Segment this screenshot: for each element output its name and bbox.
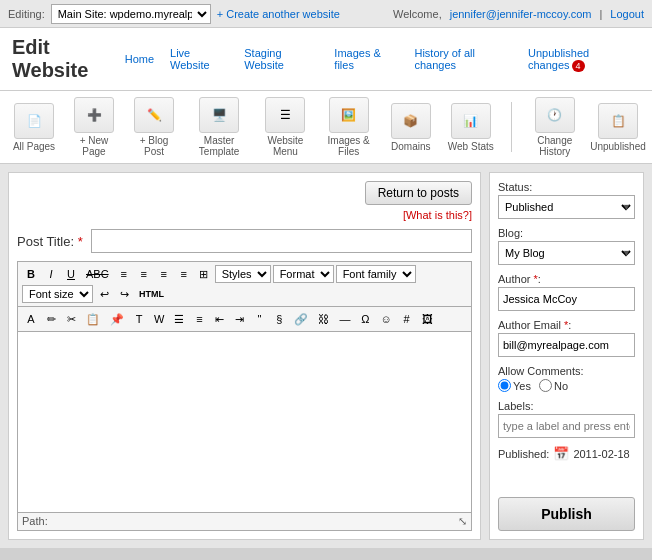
- cut-button[interactable]: ✂: [62, 310, 80, 328]
- return-to-posts-button[interactable]: Return to posts: [365, 181, 472, 205]
- images-files-label: Images & Files: [323, 135, 375, 157]
- bullet-list-button[interactable]: ☰: [170, 310, 188, 328]
- editor-toolbar-2: A ✏ ✂ 📋 📌 T W ☰ ≡ ⇤ ⇥ " § 🔗 ⛓ — Ω ☺ # 🖼: [17, 306, 472, 331]
- nav-staging-website[interactable]: Staging Website: [244, 47, 318, 71]
- all-pages-label: All Pages: [13, 141, 55, 152]
- unpublished-badge: 4: [572, 60, 585, 72]
- status-label: Status:: [498, 181, 635, 193]
- ordered-list-button[interactable]: ≡: [190, 310, 208, 328]
- nav-images-files[interactable]: Images & files: [334, 47, 398, 71]
- copy-button[interactable]: 📋: [82, 310, 104, 328]
- allow-comments-no-radio[interactable]: [539, 379, 552, 392]
- italic-button[interactable]: I: [42, 265, 60, 283]
- blog-field: Blog: My Blog: [498, 227, 635, 265]
- toolbar-change-history[interactable]: 🕐 Change History: [528, 97, 582, 157]
- dash-button[interactable]: —: [335, 310, 354, 328]
- paste-word-button[interactable]: W: [150, 310, 168, 328]
- editing-label: Editing:: [8, 8, 45, 20]
- underline-button[interactable]: U: [62, 265, 80, 283]
- post-title-input[interactable]: [91, 229, 472, 253]
- toolbar-master-template[interactable]: 🖥️ Master Template: [190, 97, 248, 157]
- toolbar-blog-post[interactable]: ✏️ + Blog Post: [130, 97, 178, 157]
- master-template-icon: 🖥️: [199, 97, 239, 133]
- align-center-button[interactable]: ≡: [135, 265, 153, 283]
- html-button[interactable]: HTML: [135, 285, 168, 303]
- image-button[interactable]: 🖼: [418, 310, 437, 328]
- font-family-select[interactable]: Font family: [336, 265, 416, 283]
- emoticon-button[interactable]: ☺: [376, 310, 395, 328]
- link-button[interactable]: 🔗: [290, 310, 312, 328]
- status-select[interactable]: Published Draft: [498, 195, 635, 219]
- toolbar-all-pages[interactable]: 📄 All Pages: [10, 103, 58, 152]
- header: Edit Website Home Live Website Staging W…: [0, 28, 652, 91]
- path-label: Path:: [22, 515, 48, 528]
- font-size-select[interactable]: Font size: [22, 285, 93, 303]
- toolbar-domains[interactable]: 📦 Domains: [387, 103, 435, 152]
- bold-button[interactable]: B: [22, 265, 40, 283]
- allow-comments-yes-radio[interactable]: [498, 379, 511, 392]
- color-button[interactable]: A: [22, 310, 40, 328]
- unpublished-label: Unpublished: [590, 141, 646, 152]
- required-star: *: [78, 234, 83, 249]
- labels-input[interactable]: [498, 414, 635, 438]
- strikethrough-button[interactable]: ABC: [82, 265, 113, 283]
- paste-text-button[interactable]: T: [130, 310, 148, 328]
- allow-comments-no-label[interactable]: No: [539, 379, 568, 392]
- toolbar-new-page[interactable]: ➕ + New Page: [70, 97, 118, 157]
- author-email-input[interactable]: [498, 333, 635, 357]
- top-bar: Editing: Main Site: wpdemo.myrealpageweb…: [0, 0, 652, 28]
- align-right-button[interactable]: ≡: [155, 265, 173, 283]
- calendar-icon[interactable]: 📅: [553, 446, 569, 461]
- change-history-label: Change History: [528, 135, 582, 157]
- logout-link[interactable]: Logout: [610, 8, 644, 20]
- pencil-button[interactable]: ✏: [42, 310, 60, 328]
- redo-button[interactable]: ↪: [115, 285, 133, 303]
- editor-content[interactable]: [18, 332, 471, 512]
- unlink-button[interactable]: ⛓: [314, 310, 333, 328]
- paste-button[interactable]: 📌: [106, 310, 128, 328]
- anchor-button[interactable]: #: [398, 310, 416, 328]
- highlight-button[interactable]: §: [270, 310, 288, 328]
- format-select[interactable]: Format: [273, 265, 334, 283]
- post-title-label: Post Title: *: [17, 234, 83, 249]
- user-email-link[interactable]: jennifer@jennifer-mccoy.com: [450, 8, 592, 20]
- indent2-button[interactable]: ⇥: [230, 310, 248, 328]
- page-title-area: Edit Website: [12, 36, 125, 82]
- toolbar-images-files[interactable]: 🖼️ Images & Files: [323, 97, 375, 157]
- toolbar-website-menu[interactable]: ☰ Website Menu: [260, 97, 310, 157]
- site-selector[interactable]: Main Site: wpdemo.myrealpagewebsite.co: [51, 4, 211, 24]
- publish-button[interactable]: Publish: [498, 497, 635, 531]
- allow-comments-label: Allow Comments:: [498, 365, 635, 377]
- align-left-button[interactable]: ≡: [115, 265, 133, 283]
- align-justify-button[interactable]: ≡: [175, 265, 193, 283]
- nav-home[interactable]: Home: [125, 53, 154, 65]
- labels-label: Labels:: [498, 400, 635, 412]
- top-bar-left: Editing: Main Site: wpdemo.myrealpageweb…: [8, 4, 340, 24]
- author-input[interactable]: [498, 287, 635, 311]
- special-char-button[interactable]: Ω: [356, 310, 374, 328]
- toolbar-separator: [511, 102, 512, 152]
- return-bar: Return to posts: [17, 181, 472, 205]
- labels-field: Labels:: [498, 400, 635, 438]
- undo-button[interactable]: ↩: [95, 285, 113, 303]
- nav-live-website[interactable]: Live Website: [170, 47, 228, 71]
- editor-area[interactable]: [17, 331, 472, 513]
- separator: |: [599, 8, 602, 20]
- toolbar-unpublished[interactable]: 📋 Unpublished: [594, 103, 642, 152]
- indent-button[interactable]: ⊞: [195, 265, 213, 283]
- outdent-button[interactable]: ⇤: [210, 310, 228, 328]
- create-website-link[interactable]: + Create another website: [217, 8, 340, 20]
- nav-history[interactable]: History of all changes: [414, 47, 512, 71]
- right-panel: Status: Published Draft Blog: My Blog Au…: [489, 172, 644, 540]
- unpublished-icon: 📋: [598, 103, 638, 139]
- what-is-this-link[interactable]: [What is this?]: [17, 209, 472, 221]
- blockquote-button[interactable]: ": [250, 310, 268, 328]
- web-stats-label: Web Stats: [448, 141, 494, 152]
- toolbar-web-stats[interactable]: 📊 Web Stats: [447, 103, 495, 152]
- blog-select[interactable]: My Blog: [498, 241, 635, 265]
- allow-comments-yes-label[interactable]: Yes: [498, 379, 531, 392]
- nav-unpublished[interactable]: Unpublished changes4: [528, 47, 640, 71]
- icon-toolbar: 📄 All Pages ➕ + New Page ✏️ + Blog Post …: [0, 91, 652, 164]
- styles-select[interactable]: Styles: [215, 265, 271, 283]
- resize-handle[interactable]: ⤡: [458, 515, 467, 528]
